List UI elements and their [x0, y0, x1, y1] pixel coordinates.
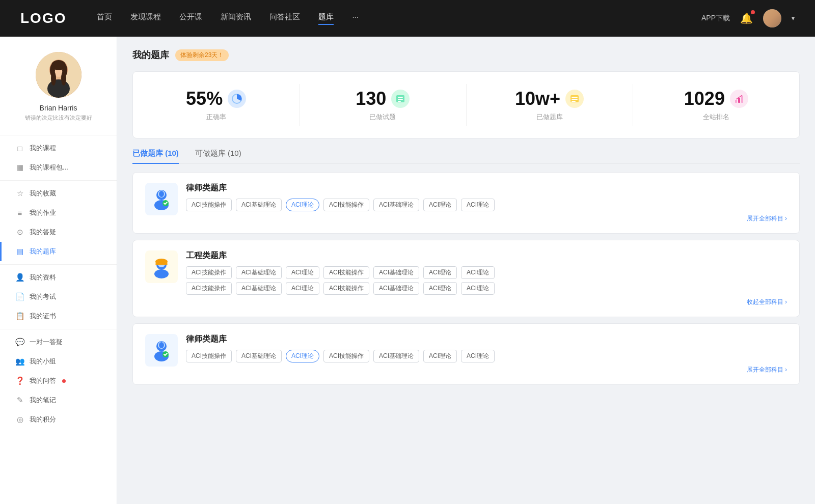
- qb-icon-lawyer-1: [145, 183, 178, 215]
- l2-tag-1[interactable]: ACI技能操作: [186, 350, 232, 362]
- l2-tag-2[interactable]: ACI基础理论: [236, 350, 282, 362]
- eng-tag-3[interactable]: ACI理论: [286, 266, 319, 279]
- nav-courses[interactable]: 发现课程: [130, 12, 161, 25]
- nav-news[interactable]: 新闻资讯: [221, 12, 251, 25]
- trial-badge: 体验剩余23天！: [175, 49, 229, 61]
- user-avatar-nav[interactable]: [763, 9, 781, 27]
- notification-bell[interactable]: 🔔: [740, 12, 753, 24]
- tag-5[interactable]: ACI基础理论: [373, 199, 419, 211]
- qb-section-engineer: 工程类题库 ACI技能操作 ACI基础理论 ACI理论 ACI技能操作 ACI基…: [132, 240, 800, 317]
- svg-rect-16: [572, 97, 578, 98]
- eng-tag-12[interactable]: ACI基础理论: [373, 282, 419, 295]
- expand-link-lawyer-2[interactable]: 展开全部科目 ›: [186, 366, 787, 374]
- logo: LOGO: [20, 10, 66, 26]
- svg-rect-19: [735, 100, 737, 103]
- sidebar-item-notes[interactable]: ✎ 我的笔记: [0, 390, 117, 410]
- sidebar-divider-top: [0, 135, 117, 135]
- l2-tag-6[interactable]: ACI理论: [423, 350, 457, 362]
- l2-tag-4[interactable]: ACI技能操作: [323, 350, 369, 362]
- user-dropdown-arrow[interactable]: ▾: [792, 15, 795, 22]
- nav-home[interactable]: 首页: [97, 12, 112, 25]
- page-header: 我的题库 体验剩余23天！: [132, 49, 800, 61]
- main-scroll: 我的题库 体验剩余23天！ 55%: [132, 49, 800, 391]
- page-title: 我的题库: [132, 49, 169, 61]
- nav-open-course[interactable]: 公开课: [179, 12, 202, 25]
- sidebar-motto: 错误的决定比没有决定要好: [15, 114, 102, 122]
- stats-card: 55% 正确率 130: [132, 71, 800, 138]
- qb-section-lawyer-1: 律师类题库 ACI技能操作 ACI基础理论 ACI理论 ACI技能操作 ACI基…: [132, 172, 800, 234]
- sidebar-item-homework[interactable]: ≡ 我的作业: [0, 203, 117, 222]
- qb-header-engineer: 工程类题库 ACI技能操作 ACI基础理论 ACI理论 ACI技能操作 ACI基…: [145, 250, 787, 306]
- sidebar-label-favorites: 我的收藏: [30, 189, 56, 198]
- tag-7[interactable]: ACI理论: [461, 199, 495, 211]
- sidebar-divider-1: [0, 180, 117, 181]
- tag-6[interactable]: ACI理论: [423, 199, 457, 211]
- stat-done-icon: [391, 90, 410, 108]
- sidebar-divider-3: [0, 329, 117, 329]
- expand-link-lawyer-1[interactable]: 展开全部科目 ›: [186, 214, 787, 223]
- eng-tag-4[interactable]: ACI技能操作: [323, 266, 369, 279]
- eng-tag-14[interactable]: ACI理论: [461, 282, 495, 295]
- questionbank-icon: ▤: [15, 247, 24, 256]
- sidebar-item-exam[interactable]: 📄 我的考试: [0, 287, 117, 306]
- l2-tag-3-active[interactable]: ACI理论: [286, 350, 319, 362]
- qb-content-engineer: 工程类题库 ACI技能操作 ACI基础理论 ACI理论 ACI技能操作 ACI基…: [186, 250, 787, 306]
- sidebar-item-questionbank[interactable]: ▤ 我的题库: [0, 242, 117, 261]
- certificate-icon: 📋: [15, 312, 24, 321]
- sidebar-item-materials[interactable]: 👤 我的资料: [0, 268, 117, 287]
- svg-rect-30: [155, 263, 168, 265]
- eng-tag-5[interactable]: ACI基础理论: [373, 266, 419, 279]
- questions-red-dot: [62, 379, 66, 383]
- page-wrapper: Brian Harris 错误的决定比没有决定要好 □ 我的课程 ▦ 我的课程包…: [0, 37, 815, 504]
- stat-done-banks: 10w+ 已做题库: [467, 84, 633, 126]
- sidebar-item-points[interactable]: ◎ 我的积分: [0, 410, 117, 429]
- bank-icon: [569, 93, 580, 104]
- sidebar-item-questions[interactable]: ❓ 我的问答: [0, 371, 117, 390]
- list-icon: [395, 93, 406, 104]
- ranking-icon: [734, 93, 745, 104]
- svg-point-9: [61, 71, 66, 86]
- tab-available-banks[interactable]: 可做题库 (10): [195, 149, 241, 163]
- sidebar-item-certificate[interactable]: 📋 我的证书: [0, 306, 117, 326]
- svg-rect-21: [741, 96, 743, 103]
- eng-tag-11[interactable]: ACI技能操作: [323, 282, 369, 295]
- tags-row-lawyer-2: ACI技能操作 ACI基础理论 ACI理论 ACI技能操作 ACI基础理论 AC…: [186, 350, 787, 362]
- navbar: LOGO 首页 发现课程 公开课 新闻资讯 问答社区 题库 ··· APP下载 …: [0, 0, 815, 37]
- tag-4[interactable]: ACI技能操作: [323, 199, 369, 211]
- nav-qa[interactable]: 问答社区: [269, 12, 300, 25]
- eng-tag-9[interactable]: ACI基础理论: [236, 282, 282, 295]
- eng-tag-2[interactable]: ACI基础理论: [236, 266, 282, 279]
- sidebar-item-course-package[interactable]: ▦ 我的课程包...: [0, 158, 117, 177]
- tag-3-active[interactable]: ACI理论: [286, 199, 319, 211]
- sidebar-item-favorites[interactable]: ☆ 我的收藏: [0, 184, 117, 203]
- eng-tag-8[interactable]: ACI技能操作: [186, 282, 232, 295]
- stat-done-questions: 130 已做试题: [300, 84, 466, 126]
- app-download-link[interactable]: APP下载: [701, 14, 730, 23]
- sidebar-item-course[interactable]: □ 我的课程: [0, 138, 117, 158]
- nav-quiz[interactable]: 题库: [318, 12, 334, 25]
- stat-banks-number: 10w+: [515, 88, 560, 109]
- sidebar-item-group[interactable]: 👥 我的小组: [0, 352, 117, 371]
- tag-1[interactable]: ACI技能操作: [186, 199, 232, 211]
- tag-2[interactable]: ACI基础理论: [236, 199, 282, 211]
- eng-tag-13[interactable]: ACI理论: [423, 282, 457, 295]
- collapse-link-engineer[interactable]: 收起全部科目 ›: [186, 298, 787, 306]
- sidebar-item-tutoring[interactable]: 💬 一对一答疑: [0, 332, 117, 352]
- points-icon: ◎: [15, 415, 24, 424]
- sidebar-label-homework: 我的作业: [30, 208, 56, 217]
- stat-ranking: 1029 全站排名: [633, 84, 799, 126]
- eng-tag-7[interactable]: ACI理论: [461, 266, 495, 279]
- qb-section-lawyer-2: 律师类题库 ACI技能操作 ACI基础理论 ACI理论 ACI技能操作 ACI基…: [132, 323, 800, 385]
- eng-tag-1[interactable]: ACI技能操作: [186, 266, 232, 279]
- nav-more[interactable]: ···: [352, 12, 359, 25]
- stat-ranking-top: 1029: [684, 88, 748, 109]
- sidebar-label-points: 我的积分: [30, 415, 56, 424]
- tab-done-banks[interactable]: 已做题库 (10): [132, 149, 179, 163]
- sidebar-label-notes: 我的笔记: [30, 396, 56, 405]
- sidebar-item-qa[interactable]: ⊙ 我的答疑: [0, 222, 117, 242]
- eng-tag-6[interactable]: ACI理论: [423, 266, 457, 279]
- qb-header-lawyer-1: 律师类题库 ACI技能操作 ACI基础理论 ACI理论 ACI技能操作 ACI基…: [145, 183, 787, 223]
- eng-tag-10[interactable]: ACI理论: [286, 282, 319, 295]
- l2-tag-5[interactable]: ACI基础理论: [373, 350, 419, 362]
- l2-tag-7[interactable]: ACI理论: [461, 350, 495, 362]
